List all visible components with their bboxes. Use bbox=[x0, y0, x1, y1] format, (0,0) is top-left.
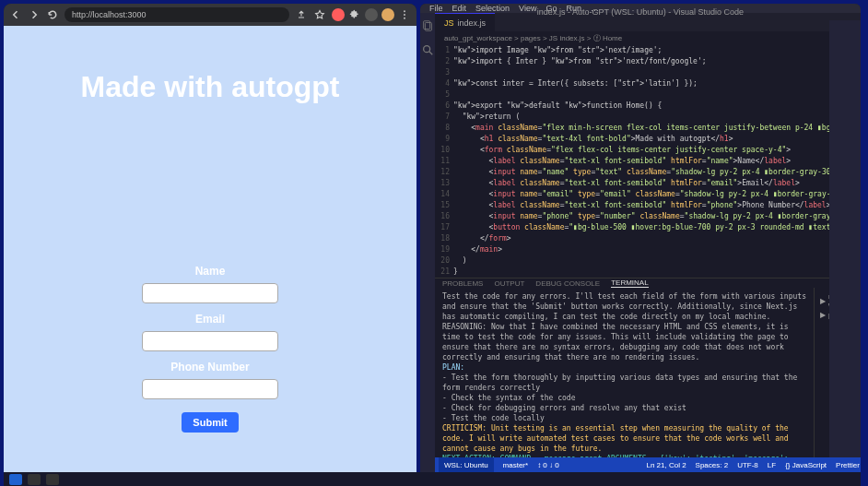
svg-point-2 bbox=[404, 18, 405, 19]
explorer-icon[interactable] bbox=[420, 18, 435, 33]
extension-icon[interactable] bbox=[332, 8, 345, 21]
phone-label: Phone Number bbox=[170, 361, 249, 373]
editor-area: JSindex.js auto_gpt_workspace > pages > … bbox=[435, 13, 861, 472]
form: Name Email Phone Number Submit bbox=[142, 261, 278, 433]
status-eol[interactable]: LF bbox=[768, 461, 776, 469]
status-branch[interactable]: master* bbox=[503, 461, 529, 469]
menu-selection[interactable]: Selection bbox=[475, 4, 510, 13]
forward-icon[interactable] bbox=[28, 8, 41, 21]
extension-icon[interactable] bbox=[365, 8, 378, 21]
menu-file[interactable]: File bbox=[429, 4, 443, 13]
puzzle-icon[interactable] bbox=[348, 8, 361, 21]
activity-bar bbox=[420, 13, 435, 472]
avatar-icon[interactable] bbox=[381, 8, 394, 21]
status-sync[interactable]: ↕ 0 ↓ 0 bbox=[537, 461, 559, 469]
svg-point-5 bbox=[424, 46, 430, 53]
star-icon[interactable] bbox=[313, 8, 326, 21]
tab-problems[interactable]: PROBLEMS bbox=[442, 279, 483, 288]
status-wsl[interactable]: WSL: Ubuntu bbox=[439, 457, 494, 472]
menu-icon[interactable] bbox=[398, 8, 411, 21]
menu-view[interactable]: View bbox=[519, 4, 536, 13]
taskbar-item[interactable] bbox=[9, 474, 22, 485]
reload-icon[interactable] bbox=[46, 8, 59, 21]
taskbar-item[interactable] bbox=[28, 474, 41, 485]
activity-bar-right bbox=[829, 20, 861, 457]
browser-window: http://localhost:3000 Made with autogpt … bbox=[4, 4, 416, 472]
vscode-window: File Edit Selection View Go Run … index.… bbox=[420, 4, 861, 472]
status-lang[interactable]: {} JavaScript bbox=[785, 461, 827, 469]
tab-indexjs[interactable]: JSindex.js bbox=[435, 13, 495, 31]
submit-button[interactable]: Submit bbox=[182, 412, 239, 433]
menu-edit[interactable]: Edit bbox=[452, 4, 467, 13]
name-label: Name bbox=[195, 265, 226, 278]
svg-point-1 bbox=[404, 14, 405, 16]
phone-input[interactable] bbox=[142, 379, 278, 399]
status-spaces[interactable]: Spaces: 2 bbox=[696, 461, 729, 469]
status-prettier[interactable]: Prettier bbox=[836, 461, 860, 469]
code-editor[interactable]: 123456789101112131415161718192021 "kw">i… bbox=[435, 45, 861, 278]
back-icon[interactable] bbox=[9, 8, 22, 21]
email-input[interactable] bbox=[142, 331, 278, 351]
search-icon[interactable] bbox=[420, 42, 435, 57]
taskbar-item[interactable] bbox=[46, 474, 59, 485]
url-bar[interactable]: http://localhost:3000 bbox=[65, 7, 289, 22]
name-input[interactable] bbox=[142, 283, 278, 303]
tab-debug[interactable]: DEBUG CONSOLE bbox=[535, 279, 600, 288]
status-ln[interactable]: Ln 21, Col 2 bbox=[646, 461, 686, 469]
tab-output[interactable]: OUTPUT bbox=[494, 279, 524, 288]
terminal[interactable]: Test the code for any errors. I'll test … bbox=[435, 288, 814, 472]
panel: PROBLEMS OUTPUT DEBUG CONSOLE TERMINAL T… bbox=[435, 278, 861, 457]
email-label: Email bbox=[195, 313, 225, 326]
taskbar bbox=[4, 472, 861, 486]
status-enc[interactable]: UTF-8 bbox=[737, 461, 758, 469]
panel-tabs: PROBLEMS OUTPUT DEBUG CONSOLE TERMINAL bbox=[435, 279, 861, 288]
vscode-title: index.js - Auto-GPT (WSL: Ubuntu) - Visu… bbox=[537, 4, 744, 20]
shell-icon: ▶ bbox=[820, 297, 826, 305]
svg-point-0 bbox=[404, 10, 405, 12]
breadcrumb[interactable]: auto_gpt_workspace > pages > JS index.js… bbox=[435, 31, 861, 45]
status-bar: WSL: Ubuntu master* ↕ 0 ↓ 0 Ln 21, Col 2… bbox=[435, 457, 861, 472]
share-icon[interactable] bbox=[295, 8, 308, 21]
shell-icon: ▶ bbox=[820, 311, 826, 319]
page-title: Made with autogpt bbox=[81, 70, 340, 104]
tab-terminal[interactable]: TERMINAL bbox=[611, 279, 648, 288]
page-content: Made with autogpt Name Email Phone Numbe… bbox=[4, 26, 416, 472]
browser-toolbar: http://localhost:3000 bbox=[4, 4, 416, 26]
